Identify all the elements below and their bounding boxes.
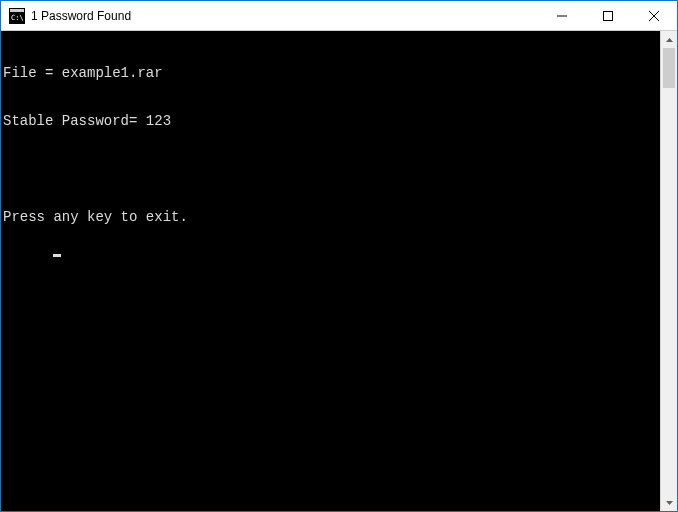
console-window: C:\ 1 Password Found [0,0,678,512]
content-area: File = example1.rar Stable Password= 123… [1,31,677,511]
svg-rect-1 [10,9,24,12]
scrollbar-up-button[interactable] [661,31,677,48]
password-value: 123 [146,113,171,129]
minimize-icon [557,11,567,21]
console-line: File = example1.rar [3,65,660,81]
exit-prompt: Press any key to exit. [3,209,660,225]
console-blank-line [3,161,660,177]
password-label: Stable Password= [3,113,146,129]
chevron-down-icon [666,501,673,505]
scrollbar-down-button[interactable] [661,494,677,511]
chevron-up-icon [666,38,673,42]
close-icon [649,11,659,21]
titlebar[interactable]: C:\ 1 Password Found [1,1,677,31]
svg-text:C:\: C:\ [11,14,24,22]
file-label: File = [3,65,62,81]
cmd-icon: C:\ [9,8,25,24]
window-title: 1 Password Found [31,9,539,23]
close-button[interactable] [631,1,677,30]
text-cursor [53,254,61,257]
svg-rect-5 [604,11,613,20]
scrollbar-thumb[interactable] [663,48,675,88]
vertical-scrollbar[interactable] [660,31,677,511]
window-controls [539,1,677,30]
minimize-button[interactable] [539,1,585,30]
maximize-button[interactable] [585,1,631,30]
console-output[interactable]: File = example1.rar Stable Password= 123… [1,31,660,511]
console-line: Stable Password= 123 [3,113,660,129]
maximize-icon [603,11,613,21]
file-name: example1.rar [62,65,163,81]
scrollbar-track[interactable] [661,48,677,494]
